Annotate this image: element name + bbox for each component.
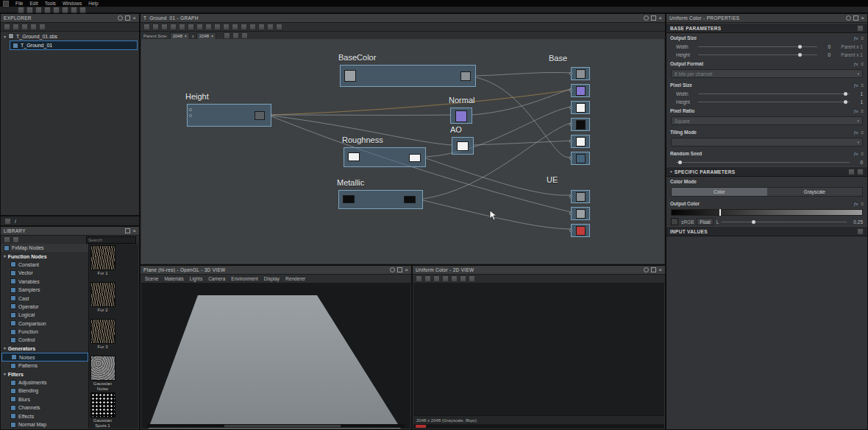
color-swatch[interactable] [671, 218, 678, 225]
graph-canvas[interactable]: BaseColorHeightNormalAORoughnessMetallic… [141, 39, 664, 264]
filter-icon[interactable] [39, 24, 46, 30]
refresh-icon[interactable] [13, 236, 19, 243]
float-button[interactable]: Float [697, 218, 713, 225]
output-node-base-4[interactable] [571, 135, 590, 148]
base-parameters-header[interactable]: BASE PARAMETERS [666, 23, 867, 33]
graph-node-basecolor[interactable] [340, 65, 476, 87]
library-tree-item-fxmap-nodes[interactable]: FxMap Nodes [1, 244, 88, 252]
input-port-icon[interactable] [569, 212, 572, 215]
search-icon[interactable] [258, 24, 265, 30]
undo-icon[interactable] [44, 7, 51, 13]
output-node-base-3[interactable] [571, 118, 590, 131]
scrollbar-thumb[interactable] [224, 425, 341, 427]
zoom-fit-icon[interactable] [223, 24, 230, 30]
gradient-tick[interactable] [719, 209, 721, 216]
view3d-titlebar[interactable]: Plane (hi-res) - OpenGL - 3D VIEW × [140, 266, 411, 275]
input-port-icon[interactable] [569, 89, 572, 92]
output-node-ue-1[interactable] [571, 207, 590, 220]
cut-icon[interactable] [62, 7, 68, 13]
library-tree-item-cast[interactable]: Cast [1, 294, 88, 302]
filter-icon[interactable] [4, 236, 10, 243]
menu-icon[interactable]: ≡ [861, 109, 864, 113]
save-icon[interactable] [35, 7, 42, 13]
filter-icon[interactable] [267, 24, 274, 30]
function-icon[interactable]: ƒx [853, 83, 858, 88]
float-icon[interactable] [125, 15, 130, 21]
graph-node-ao[interactable] [452, 137, 474, 155]
thumbnail-fur-3[interactable]: Fur 3 [90, 319, 115, 354]
function-icon[interactable]: ƒx [853, 202, 858, 206]
output-node-base-0[interactable] [571, 67, 590, 80]
tile-icon[interactable] [433, 275, 440, 282]
close-icon[interactable]: × [861, 16, 864, 21]
link-create-icon[interactable] [161, 24, 168, 30]
graph-node-roughness[interactable] [344, 147, 426, 167]
info-icon[interactable]: i [15, 218, 16, 225]
function-icon[interactable]: ƒx [853, 62, 858, 66]
grid-icon[interactable] [249, 24, 256, 30]
pixel-width-slider[interactable] [698, 94, 850, 94]
height-dropdown[interactable]: 2048▾ [196, 32, 216, 40]
view3d-menu-display[interactable]: Display [264, 276, 280, 281]
library-tree-item-generators[interactable]: ▾Generators [1, 345, 88, 353]
move-icon[interactable] [152, 24, 159, 30]
menu-icon[interactable]: ≡ [861, 36, 864, 40]
library-tree-item-filters[interactable]: ▾Filters [1, 370, 88, 378]
align-h-icon[interactable] [196, 24, 203, 30]
width-dropdown[interactable]: 2048▾ [170, 32, 190, 40]
specific-parameters-header[interactable]: ▾ SPECIFIC PARAMETERS [666, 166, 867, 177]
list-icon[interactable] [857, 169, 864, 175]
horizontal-scrollbar[interactable] [147, 424, 405, 428]
thumbnail-fur-1[interactable]: Fur 1 [90, 245, 115, 281]
properties-titlebar[interactable]: Uniform Color - PROPERTIES × [666, 14, 867, 23]
view3d-viewport[interactable] [141, 283, 410, 429]
expand-caret-icon[interactable]: ▾ [4, 34, 6, 39]
library-tree-item-normal-map[interactable]: Normal Map [1, 420, 88, 429]
view2d-scrollbar[interactable] [413, 424, 664, 429]
thumbnail-fur-2[interactable]: Fur 2 [90, 282, 115, 317]
zoom-in-icon[interactable] [232, 24, 238, 30]
pin-icon[interactable] [390, 267, 395, 272]
collapse-caret-icon[interactable]: ▾ [670, 169, 672, 174]
graph-node-normal[interactable] [450, 107, 472, 124]
copy-icon[interactable] [71, 7, 77, 13]
grid-icon[interactable] [848, 169, 855, 175]
view2d-viewport[interactable] [413, 283, 664, 416]
link-icon[interactable] [30, 24, 37, 30]
graph-titlebar[interactable]: T_Ground_01 - GRAPH × [140, 14, 665, 23]
pixel-ratio-dropdown[interactable]: Square▾ [671, 116, 863, 125]
menu-icon[interactable]: ≡ [861, 202, 864, 206]
library-tree-item-control[interactable]: Control [1, 336, 88, 344]
menu-help[interactable]: Help [88, 1, 98, 6]
zoom-out-icon[interactable] [241, 24, 247, 30]
library-tree-item-blending[interactable]: Blending [1, 387, 88, 395]
close-icon[interactable]: × [132, 16, 136, 21]
library-tree-item-operator[interactable]: Operator [1, 303, 88, 311]
thumbnail-gaussian-spots-1[interactable]: Gaussian Spots 1 [90, 392, 115, 428]
float-icon[interactable] [853, 15, 858, 21]
view3d-menu-materials[interactable]: Materials [164, 276, 183, 281]
input-port-icon[interactable] [569, 72, 572, 75]
input-values-header[interactable]: INPUT VALUES [666, 226, 867, 236]
view3d-menu-renderer[interactable]: Renderer [285, 276, 305, 281]
width-slider[interactable] [698, 46, 817, 47]
float-icon[interactable] [397, 267, 402, 272]
output-node-ue-2[interactable] [571, 224, 590, 237]
menu-edit[interactable]: Edit [29, 1, 38, 6]
close-icon[interactable]: × [405, 268, 408, 272]
library-tree-item-channels[interactable]: Channels [1, 403, 88, 412]
library-tree-item-function-nodes[interactable]: ▾Function Nodes [1, 252, 88, 260]
redo-icon[interactable] [53, 7, 60, 13]
menu-icon[interactable]: ≡ [861, 130, 864, 135]
library-tree-item-effects[interactable]: Effects [1, 412, 88, 420]
search-input[interactable] [86, 236, 136, 244]
menu-tools[interactable]: Tools [45, 1, 56, 6]
menu-file[interactable]: File [15, 1, 23, 6]
library-tree-item-noises[interactable]: Noises [1, 353, 88, 362]
library-tree-item-function[interactable]: Function [1, 328, 88, 336]
section-menu-icon[interactable] [857, 228, 864, 235]
function-icon[interactable]: ƒx [853, 109, 858, 113]
explorer-graph-row[interactable]: T_Ground_01 [10, 40, 138, 50]
input-port-icon[interactable] [189, 114, 192, 117]
output-node-base-2[interactable] [571, 101, 590, 114]
